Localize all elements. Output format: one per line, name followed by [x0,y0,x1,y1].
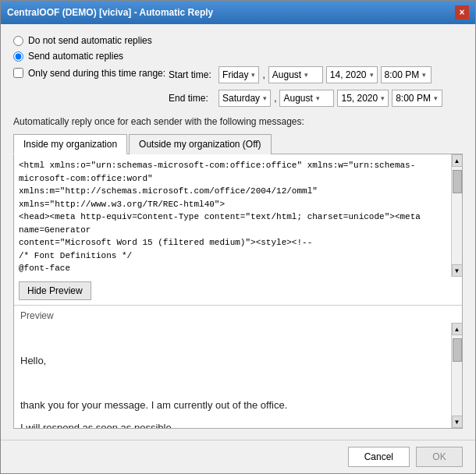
preview-scroll-track[interactable] [452,335,463,416]
time-section: Start time: Friday ▾ , August ▾ 14, 2020… [169,66,442,110]
tab-outside-org[interactable]: Outside my organization (Off) [129,134,272,154]
end-month-arrow: ▾ [316,94,320,102]
tabs-bar: Inside my organization Outside my organi… [13,133,463,154]
preview-text: Hello, thank you for your message. I am … [20,323,451,428]
title-bar: CentralOOF (DEMO) [viciva] - Automatic R… [1,1,475,24]
scroll-track[interactable] [452,167,463,264]
end-time-row: End time: Saturday ▾ , August ▾ 15, 2020… [169,90,442,107]
end-day-arrow: ▾ [263,94,267,102]
dialog-footer: Cancel OK [1,440,475,473]
send-auto-radio[interactable] [13,51,23,62]
preview-label: Preview [14,306,462,323]
end-time-dropdown[interactable]: 8:00 PM ▾ [392,90,442,107]
start-day-arrow: ▾ [251,71,255,79]
cancel-button[interactable]: Cancel [348,447,410,467]
start-day-dropdown[interactable]: Friday ▾ [218,66,259,83]
html-textarea[interactable] [14,154,451,277]
html-editor: ▲ ▼ [14,154,462,277]
preview-content: Hello, thank you for your message. I am … [14,323,462,428]
time-range-checkbox[interactable] [13,68,23,78]
start-month-arrow: ▾ [304,71,308,79]
preview-scrollbar[interactable]: ▲ ▼ [451,323,462,428]
end-date-arrow: ▾ [381,94,385,102]
tab-content-area: ▲ ▼ Hide Preview Preview Hello, [13,154,463,429]
hide-preview-button[interactable]: Hide Preview [19,281,91,300]
preview-hello: Hello, [20,353,451,370]
end-day-dropdown[interactable]: Saturday ▾ [218,90,271,107]
preview-thank-you: thank you for your message. I am current… [20,398,451,414]
do-not-send-radio[interactable] [13,36,23,46]
do-not-send-row: Do not send automatic replies [13,35,463,46]
start-time-arrow: ▾ [422,71,426,79]
automatic-reply-dialog: CentralOOF (DEMO) [viciva] - Automatic R… [0,0,476,474]
dialog-title: CentralOOF (DEMO) [viciva] - Automatic R… [7,7,213,18]
end-month-dropdown[interactable]: August ▾ [279,90,334,107]
time-range-row: Only send during this time range: [13,66,165,79]
end-date-dropdown[interactable]: 15, 2020 ▾ [337,90,389,107]
start-time-label: Start time: [169,69,215,80]
preview-line-1 [20,331,451,347]
preview-line-3 [20,376,451,392]
send-auto-row: Send automatic replies [13,51,463,62]
auto-reply-description: Automatically reply once for each sender… [13,116,463,127]
preview-respond: I will respond as soon as possible. [20,420,451,428]
preview-scroll-down-btn[interactable]: ▼ [452,416,463,428]
preview-section: Preview Hello, thank you for your messag… [14,305,462,428]
end-time-label: End time: [169,93,215,104]
start-date-arrow: ▾ [370,71,374,79]
preview-scroll-thumb[interactable] [453,338,462,362]
dialog-body: Do not send automatic replies Send autom… [1,24,475,440]
time-range-label[interactable]: Only send during this time range: [28,68,165,79]
start-month-dropdown[interactable]: August ▾ [268,66,323,83]
close-button[interactable]: × [455,5,469,19]
scroll-thumb[interactable] [453,170,462,193]
tab-inside-org[interactable]: Inside my organization [13,134,127,154]
scroll-up-btn[interactable]: ▲ [452,154,463,167]
send-auto-label[interactable]: Send automatic replies [28,51,123,62]
ok-button[interactable]: OK [416,447,463,467]
start-time-row: Start time: Friday ▾ , August ▾ 14, 2020… [169,66,442,83]
start-time-dropdown[interactable]: 8:00 PM ▾ [381,66,432,83]
do-not-send-label[interactable]: Do not send automatic replies [28,35,152,46]
scroll-down-btn[interactable]: ▼ [452,264,463,277]
preview-scroll-up-btn[interactable]: ▲ [452,323,463,335]
start-date-dropdown[interactable]: 14, 2020 ▾ [326,66,378,83]
end-time-arrow: ▾ [434,94,438,102]
editor-scrollbar[interactable]: ▲ ▼ [451,154,462,277]
